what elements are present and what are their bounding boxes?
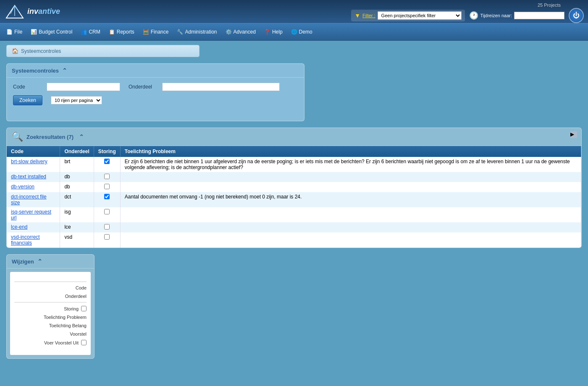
wijzigen-divider-top bbox=[14, 282, 87, 282]
results-tbody: brt-slow deliverybrtEr zijn 6 berichten … bbox=[7, 157, 581, 248]
wijzigen-field-label: Code bbox=[76, 285, 87, 290]
table-cell-toelichting bbox=[120, 207, 581, 222]
wijzigen-panel: Wijzigen ⌃ CodeOnderdeelStoringToelichti… bbox=[6, 254, 94, 359]
nav-item-demo[interactable]: 🌐 Demo bbox=[287, 27, 317, 37]
tijdreizen-area: 🕐 Tijdreizen naar: bbox=[469, 11, 564, 20]
wijzigen-field-label: Toelichting Probleem bbox=[44, 315, 87, 320]
rows-per-page-select[interactable]: 10 rijen per pagina 25 rijen per pagina … bbox=[51, 96, 102, 104]
top-bar: invantive 25 Projects ▼ Filter : Geen pr… bbox=[0, 0, 588, 23]
table-cell-storing bbox=[94, 232, 120, 248]
storing-checkbox[interactable] bbox=[104, 194, 110, 199]
breadcrumb-text: Systeemcontroles bbox=[21, 48, 61, 54]
nav-item-file[interactable]: 📄 File bbox=[2, 27, 26, 37]
table-header-row: Code Onderdeel Storing Toelichting Probl… bbox=[7, 146, 581, 157]
filter-funnel-icon: ▼ bbox=[354, 12, 360, 19]
search-panel: Systeemcontroles ⌃ Code Onderdeel Zoeken… bbox=[6, 63, 304, 121]
filter-select[interactable]: Geen projectspecifiek filter bbox=[378, 11, 462, 20]
reports-icon: 📋 bbox=[109, 29, 115, 35]
code-label: Code bbox=[13, 84, 38, 90]
clock-icon: 🕐 bbox=[469, 11, 478, 20]
results-collapse-btn[interactable]: ⌃ bbox=[79, 133, 84, 140]
storing-checkbox[interactable] bbox=[104, 224, 110, 230]
zoeken-button[interactable]: Zoeken bbox=[13, 95, 42, 105]
code-link[interactable]: db-version bbox=[11, 184, 34, 190]
nav-item-budget-control[interactable]: 📊 Budget Control bbox=[26, 27, 76, 37]
table-row: isq-server request urlisg bbox=[7, 207, 581, 222]
nav-item-finance[interactable]: 🧮 Finance bbox=[139, 27, 173, 37]
search-panel-collapse-btn[interactable]: ⌃ bbox=[62, 67, 67, 74]
storing-checkbox[interactable] bbox=[104, 184, 110, 189]
svg-line-1 bbox=[10, 5, 15, 14]
tijdreizen-input[interactable] bbox=[514, 12, 564, 19]
wijzigen-field-row: Code bbox=[14, 285, 87, 290]
wijzigen-checkbox-voer-voorstel-uit[interactable] bbox=[81, 340, 87, 345]
breadcrumb: 🏠 Systeemcontroles bbox=[6, 45, 200, 57]
code-link[interactable]: lce-end bbox=[11, 224, 27, 230]
logo-area: invantive bbox=[4, 3, 60, 20]
results-panel-header: 🔍 Zoekresultaten (7) ⌃ ▶ bbox=[7, 128, 581, 146]
nav-item-administration[interactable]: 🔧 Administration bbox=[173, 27, 221, 37]
advanced-icon: ⚙️ bbox=[226, 29, 232, 35]
wijzigen-field-row: Toelichting Probleem bbox=[14, 315, 87, 320]
table-cell-onderdeel: vsd bbox=[60, 232, 94, 248]
file-icon: 📄 bbox=[6, 29, 13, 35]
svg-line-2 bbox=[15, 5, 19, 12]
storing-checkbox[interactable] bbox=[104, 174, 110, 179]
table-row: lce-endlce bbox=[7, 222, 581, 232]
logo-icon bbox=[4, 3, 25, 20]
storing-checkbox[interactable] bbox=[104, 234, 110, 240]
table-cell-code: brt-slow delivery bbox=[7, 157, 60, 172]
storing-checkbox[interactable] bbox=[104, 209, 110, 214]
code-link[interactable]: isq-server request url bbox=[11, 209, 51, 221]
search-magnifier-icon: 🔍 bbox=[12, 131, 23, 142]
finance-icon: 🧮 bbox=[143, 29, 149, 35]
code-link[interactable]: vsd-incorrect financials bbox=[11, 234, 40, 246]
col-header-storing: Storing bbox=[94, 146, 120, 157]
crm-icon: 👥 bbox=[81, 29, 87, 35]
results-scroll-btn[interactable]: ▶ bbox=[570, 131, 577, 138]
storing-checkbox[interactable] bbox=[104, 159, 110, 164]
tijdreizen-label: Tijdreizen naar: bbox=[480, 13, 512, 18]
wijzigen-field-row: Storing bbox=[14, 306, 87, 311]
table-cell-code: db-version bbox=[7, 182, 60, 192]
help-icon: ❓ bbox=[264, 29, 270, 35]
code-link[interactable]: brt-slow delivery bbox=[11, 159, 47, 164]
col-header-toelichting: Toelichting Probleem bbox=[120, 146, 581, 157]
search-panel-body: Code Onderdeel Zoeken 10 rijen per pagin… bbox=[7, 78, 304, 115]
wijzigen-field-label: Voorstel bbox=[70, 331, 87, 336]
table-cell-code: lce-end bbox=[7, 222, 60, 232]
nav-item-reports[interactable]: 📋 Reports bbox=[105, 27, 139, 37]
wijzigen-collapse-btn[interactable]: ⌃ bbox=[37, 258, 42, 265]
nav-item-crm[interactable]: 👥 CRM bbox=[76, 27, 104, 37]
filter-label[interactable]: Filter : bbox=[362, 13, 375, 18]
administration-icon: 🔧 bbox=[177, 29, 183, 35]
code-link[interactable]: db-text installed bbox=[11, 174, 46, 180]
nav-item-help[interactable]: ❓ Help bbox=[260, 27, 287, 37]
wijzigen-field-label: Toelichting Belang bbox=[49, 323, 87, 328]
wijzigen-field-label: Onderdeel bbox=[65, 294, 87, 299]
wijzigen-checkbox-storing[interactable] bbox=[81, 306, 87, 311]
table-cell-code: isq-server request url bbox=[7, 207, 60, 222]
wijzigen-divider-mid bbox=[14, 302, 87, 303]
col-header-code: Code bbox=[7, 146, 60, 157]
table-row: dct-incorrect file sizedctAantal documen… bbox=[7, 192, 581, 207]
table-cell-onderdeel: lce bbox=[60, 222, 94, 232]
wijzigen-header: Wijzigen ⌃ bbox=[7, 255, 94, 269]
onderdeel-input[interactable] bbox=[162, 83, 280, 91]
nav-item-advanced[interactable]: ⚙️ Advanced bbox=[221, 27, 260, 37]
table-cell-onderdeel: db bbox=[60, 172, 94, 182]
demo-icon: 🌐 bbox=[291, 29, 297, 35]
table-cell-toelichting: Aantal documenten met omvang -1 (nog nie… bbox=[120, 192, 581, 207]
table-cell-code: vsd-incorrect financials bbox=[7, 232, 60, 248]
table-cell-storing bbox=[94, 192, 120, 207]
power-button[interactable]: ⏻ bbox=[569, 8, 584, 23]
budget-icon: 📊 bbox=[31, 29, 37, 35]
wijzigen-body: CodeOnderdeelStoringToelichting Probleem… bbox=[10, 272, 91, 355]
code-link[interactable]: dct-incorrect file size bbox=[11, 194, 47, 206]
onderdeel-label: Onderdeel bbox=[129, 84, 154, 90]
code-input[interactable] bbox=[47, 83, 120, 91]
results-table: Code Onderdeel Storing Toelichting Probl… bbox=[7, 146, 581, 248]
table-row: db-text installeddb bbox=[7, 172, 581, 182]
table-cell-code: db-text installed bbox=[7, 172, 60, 182]
col-header-onderdeel: Onderdeel bbox=[60, 146, 94, 157]
